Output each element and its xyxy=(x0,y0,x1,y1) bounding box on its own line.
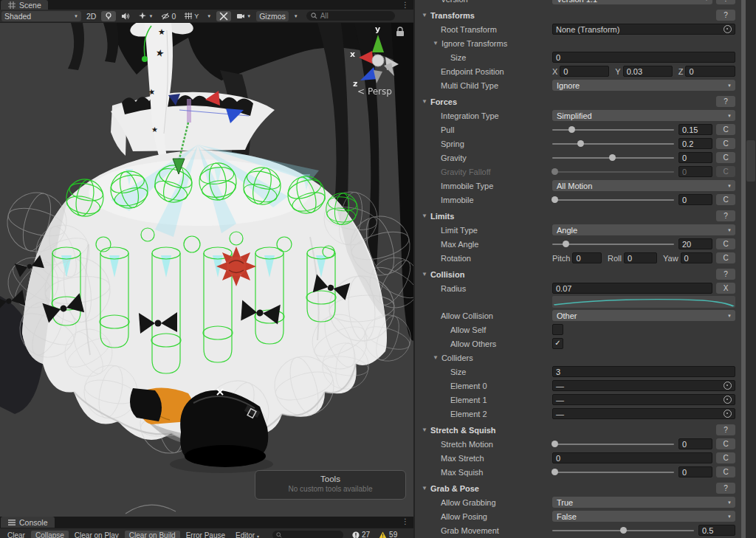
dock-scrollbar-thumb[interactable] xyxy=(746,140,755,182)
console-info-toggle[interactable]: 27 xyxy=(352,531,370,538)
foldout-triangle-icon[interactable]: ▼ xyxy=(422,485,427,492)
curve-mode-button[interactable]: C xyxy=(716,252,735,263)
slider-thumb[interactable] xyxy=(563,241,569,247)
slider-value-spring[interactable]: 0.2 xyxy=(678,138,712,149)
foldout-triangle-icon[interactable]: ▼ xyxy=(422,427,427,433)
grid-settings-dropdown[interactable]: ▼ xyxy=(204,11,214,21)
curve-mode-button[interactable]: C xyxy=(716,238,735,249)
slider-value-max-squish[interactable]: 0 xyxy=(678,466,712,477)
slider-value-pull[interactable]: 0.15 xyxy=(678,124,712,135)
object-field-root-transform[interactable]: None (Transform) xyxy=(552,24,735,35)
help-button[interactable]: ? xyxy=(716,483,735,494)
checkbox-allow-self[interactable] xyxy=(552,324,563,335)
text-field-size[interactable]: 3 xyxy=(552,366,735,377)
foldout-triangle-icon[interactable]: ▼ xyxy=(433,354,439,361)
grid-visibility-button[interactable]: Y xyxy=(181,11,202,21)
slider-immobile[interactable] xyxy=(552,194,674,205)
help-button[interactable]: ? xyxy=(716,0,735,4)
console-clear-on-build-button[interactable]: Clear on Build xyxy=(125,531,180,538)
slider-thumb[interactable] xyxy=(551,196,558,203)
slider-spring[interactable] xyxy=(552,138,674,149)
foldout-triangle-icon[interactable]: ▼ xyxy=(422,98,427,105)
checkbox-allow-others[interactable]: ✓ xyxy=(552,338,563,349)
console-editor-dropdown[interactable]: Editor ▾ xyxy=(231,531,264,538)
scene-search-input[interactable]: All xyxy=(306,11,395,21)
object-picker-icon[interactable] xyxy=(724,25,732,33)
dropdown-allow-posing[interactable]: False▼ xyxy=(552,511,735,522)
curve-mode-button[interactable]: C xyxy=(716,466,735,477)
gizmos-arrow-button[interactable]: ▼ xyxy=(291,11,301,21)
object-field-element-0[interactable]: — xyxy=(552,380,735,391)
shading-mode-dropdown[interactable]: Shaded▼ xyxy=(1,11,81,21)
scene-visibility-button[interactable]: 0 xyxy=(158,11,179,21)
text-field-size[interactable]: 0 xyxy=(552,52,735,63)
dropdown-multi-child-type[interactable]: Ignore▼ xyxy=(552,80,735,91)
foldout-triangle-icon[interactable]: ▼ xyxy=(422,271,427,277)
clear-button[interactable]: X xyxy=(716,283,735,294)
slider-value-max-angle[interactable]: 20 xyxy=(678,238,712,249)
curve-mode-button[interactable]: C xyxy=(716,124,735,135)
audio-toggle-button[interactable] xyxy=(118,11,133,21)
slider-gravity-falloff[interactable] xyxy=(552,166,674,177)
help-button[interactable]: ? xyxy=(716,424,735,435)
dropdown-allow-grabbing[interactable]: True▼ xyxy=(552,497,735,508)
curve-mode-button[interactable]: C xyxy=(716,152,735,163)
tab-console[interactable]: Console xyxy=(1,517,55,528)
axis-field-x[interactable]: 0 xyxy=(560,66,609,77)
foldout-triangle-icon[interactable]: ▼ xyxy=(433,40,439,46)
help-button[interactable]: ? xyxy=(716,10,735,21)
slider-value-grab-movement[interactable]: 0.5 xyxy=(698,525,735,536)
console-search-input[interactable] xyxy=(272,531,343,538)
slider-thumb[interactable] xyxy=(620,527,627,534)
slider-max-squish[interactable] xyxy=(552,466,674,477)
console-error-pause-button[interactable]: Error Pause xyxy=(182,531,230,538)
axis-field-pitch[interactable]: 0 xyxy=(572,252,602,263)
axis-field-roll[interactable]: 0 xyxy=(624,252,657,263)
foldout-triangle-icon[interactable]: ▼ xyxy=(422,12,427,18)
radius-curve-field[interactable] xyxy=(552,296,735,308)
axis-field-z[interactable]: 0 xyxy=(685,66,735,77)
scene-menu-icon[interactable]: ⋮ xyxy=(402,0,409,10)
slider-pull[interactable] xyxy=(552,124,674,135)
help-button[interactable]: ? xyxy=(716,96,735,107)
projection-mode[interactable]: < Persp xyxy=(357,86,392,97)
dropdown-allow-collision[interactable]: Other▼ xyxy=(552,310,735,321)
component-tools-button[interactable] xyxy=(216,11,231,21)
text-field-max-stretch[interactable]: 0 xyxy=(552,452,712,463)
curve-mode-button[interactable]: C xyxy=(716,166,735,177)
object-picker-icon[interactable] xyxy=(724,410,732,418)
effects-dropdown-button[interactable]: ▼ xyxy=(135,11,156,21)
slider-thumb[interactable] xyxy=(609,154,616,161)
slider-value-immobile[interactable]: 0 xyxy=(678,194,712,205)
console-clear-button[interactable]: Clear xyxy=(3,531,30,538)
slider-thumb[interactable] xyxy=(551,469,558,475)
slider-grab-movement[interactable] xyxy=(552,525,694,536)
curve-mode-button[interactable]: C xyxy=(716,438,735,449)
object-picker-icon[interactable] xyxy=(724,396,732,404)
dropdown-version[interactable]: Version 1.1▼ xyxy=(552,0,712,4)
dropdown-immobile-type[interactable]: All Motion▼ xyxy=(552,180,735,191)
lighting-toggle-button[interactable] xyxy=(101,11,116,21)
text-field-radius[interactable]: 0.07 xyxy=(552,283,712,294)
help-button[interactable]: ? xyxy=(716,210,735,221)
slider-thumb[interactable] xyxy=(551,441,558,447)
slider-gravity[interactable] xyxy=(552,152,674,163)
object-picker-icon[interactable] xyxy=(724,382,732,390)
selected-collider-sun[interactable] xyxy=(216,246,256,286)
scene-viewport[interactable]: ★ ★ ★ ★ ★ xyxy=(0,23,413,517)
console-collapse-button[interactable]: Collapse xyxy=(31,531,69,538)
slider-thumb[interactable] xyxy=(577,140,584,147)
curve-mode-button[interactable]: C xyxy=(716,194,735,205)
gizmos-dropdown[interactable]: Gizmos xyxy=(256,11,289,21)
slider-value-stretch-motion[interactable]: 0 xyxy=(678,438,712,449)
axis-field-y[interactable]: 0.03 xyxy=(623,66,673,77)
console-clear-on-play-button[interactable]: Clear on Play xyxy=(70,531,123,538)
object-field-element-1[interactable]: — xyxy=(552,394,735,405)
curve-mode-button[interactable]: C xyxy=(716,138,735,149)
slider-thumb[interactable] xyxy=(568,126,575,133)
tab-scene[interactable]: Scene xyxy=(1,0,48,10)
dropdown-limit-type[interactable]: Angle▼ xyxy=(552,224,735,235)
object-field-element-2[interactable]: — xyxy=(552,408,735,419)
dropdown-integration-type[interactable]: Simplified▼ xyxy=(552,110,735,121)
2d-toggle-button[interactable]: 2D xyxy=(83,11,99,21)
